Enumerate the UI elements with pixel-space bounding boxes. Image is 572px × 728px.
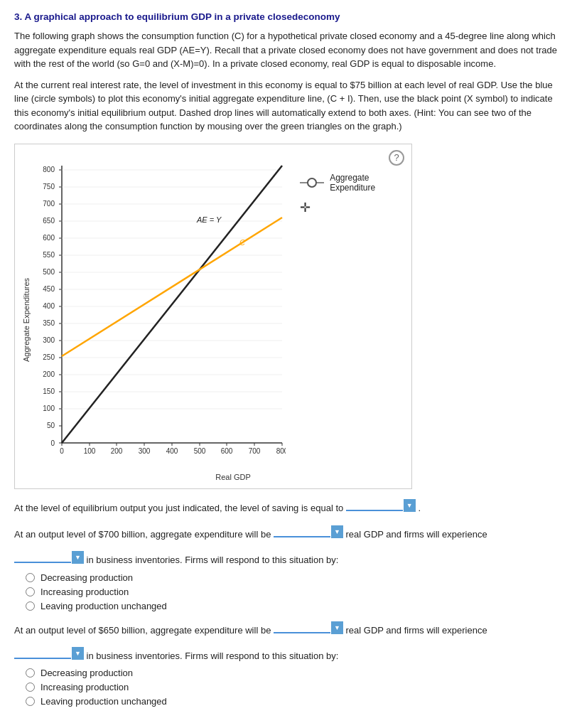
q2-radio-unchanged[interactable]: [26, 601, 35, 611]
svg-text:400: 400: [43, 302, 55, 310]
y-axis-label: Aggregate Expenditures: [22, 159, 31, 481]
q3-label-increasing: Increasing production: [41, 682, 129, 692]
q2-dropdown1-arrow[interactable]: ▼: [331, 525, 343, 538]
q3-dropdown2-value[interactable]: [14, 648, 71, 659]
legend-area: Aggregate Expenditure ✛: [286, 159, 404, 471]
q3-dropdown2-group[interactable]: ▼: [14, 647, 84, 660]
question2-text: At an output level of $700 billion, aggr…: [14, 525, 558, 542]
q2-text-before: At an output level of $700 billion, aggr…: [14, 529, 271, 540]
svg-text:500: 500: [194, 447, 206, 455]
svg-text:350: 350: [43, 319, 55, 327]
q2-radio-increasing[interactable]: [26, 587, 35, 596]
chart-svg[interactable]: 0 50 100 150 200 250 300 350 400 450 500…: [33, 159, 286, 471]
q2-dropdown2-group[interactable]: ▼: [14, 551, 84, 564]
question1-text: At the level of equilibrium output you j…: [14, 499, 558, 516]
svg-text:500: 500: [43, 268, 55, 276]
svg-text:650: 650: [43, 217, 55, 225]
svg-text:0: 0: [60, 447, 64, 455]
svg-text:800: 800: [43, 166, 55, 173]
q3-text-middle: real GDP and firms will experience: [346, 625, 487, 636]
q3-dropdown2-arrow[interactable]: ▼: [72, 647, 84, 660]
q3-option-decreasing[interactable]: Decreasing production: [26, 668, 558, 678]
svg-text:400: 400: [166, 447, 178, 455]
q3-radio-increasing[interactable]: [26, 682, 35, 692]
legend-label1: Aggregate Expenditure: [330, 173, 404, 193]
svg-text:700: 700: [43, 200, 55, 208]
q3-radio-unchanged[interactable]: [26, 697, 35, 706]
question2-text2: ▼ in business inventories. Firms will re…: [14, 551, 558, 568]
question3-text2: ▼ in business inventories. Firms will re…: [14, 647, 558, 664]
q2-label-increasing: Increasing production: [41, 587, 129, 597]
svg-line-69: [62, 166, 282, 443]
paragraph2: At the current real interest rate, the l…: [14, 78, 558, 134]
q2-text-after: in business inventories. Firms will resp…: [87, 555, 339, 565]
svg-text:100: 100: [43, 405, 55, 412]
svg-text:200: 200: [111, 447, 123, 455]
question3-block: At an output level of $650 billion, aggr…: [14, 621, 558, 707]
svg-text:300: 300: [139, 447, 151, 455]
svg-text:550: 550: [43, 251, 55, 259]
cross-icon: ✛: [300, 201, 311, 214]
svg-text:600: 600: [221, 447, 233, 455]
q2-label-unchanged: Leaving production unchanged: [41, 601, 167, 611]
q2-radio-decreasing[interactable]: [26, 573, 35, 582]
q2-dropdown1-group[interactable]: ▼: [274, 525, 343, 538]
q2-dropdown2-value[interactable]: [14, 552, 71, 563]
ae-label: AE = Y: [196, 215, 222, 224]
q3-label-unchanged: Leaving production unchanged: [41, 696, 167, 707]
q3-label-decreasing: Decreasing production: [41, 668, 133, 678]
q2-option-decreasing[interactable]: Decreasing production: [26, 572, 558, 583]
question3-text: At an output level of $650 billion, aggr…: [14, 621, 558, 638]
q3-option-unchanged[interactable]: Leaving production unchanged: [26, 696, 558, 707]
q3-dropdown1-group[interactable]: ▼: [274, 621, 343, 634]
question2-radio-group: Decreasing production Increasing product…: [26, 572, 558, 611]
q1-dropdown-value[interactable]: [346, 500, 403, 511]
svg-text:700: 700: [249, 447, 261, 455]
legend-aggregate-expenditure: Aggregate Expenditure: [300, 173, 404, 193]
svg-text:50: 50: [47, 422, 55, 429]
q2-text-middle: real GDP and firms will experience: [346, 529, 487, 540]
q2-label-decreasing: Decreasing production: [41, 572, 133, 583]
q2-dropdown2-arrow[interactable]: ▼: [72, 551, 84, 564]
q1-text-after: .: [418, 503, 421, 513]
svg-text:250: 250: [43, 353, 55, 361]
legend-cross-item: ✛: [300, 201, 404, 214]
svg-text:300: 300: [43, 336, 55, 344]
svg-text:750: 750: [43, 183, 55, 191]
q1-text-before: At the level of equilibrium output you j…: [14, 503, 343, 513]
q3-dropdown1-arrow[interactable]: ▼: [331, 621, 343, 634]
q3-option-increasing[interactable]: Increasing production: [26, 682, 558, 692]
graph-container: ? Aggregate Expenditures 0 50 100: [14, 144, 412, 489]
paragraph1: The following graph shows the consumptio…: [14, 29, 558, 71]
svg-text:0: 0: [50, 439, 55, 447]
q3-dropdown1-value[interactable]: [274, 622, 330, 633]
svg-text:800: 800: [276, 447, 286, 455]
svg-text:450: 450: [43, 285, 55, 293]
x-axis-label: Real GDP: [62, 473, 404, 481]
q2-option-increasing[interactable]: Increasing production: [26, 587, 558, 597]
q2-option-unchanged[interactable]: Leaving production unchanged: [26, 601, 558, 611]
q3-text-after: in business inventories. Firms will resp…: [87, 651, 339, 661]
q1-dropdown-arrow[interactable]: ▼: [404, 499, 416, 512]
question1-block: At the level of equilibrium output you j…: [14, 499, 558, 516]
svg-text:200: 200: [43, 370, 55, 378]
q3-radio-decreasing[interactable]: [26, 668, 35, 678]
svg-text:600: 600: [43, 234, 55, 242]
c-label: C: [239, 238, 245, 247]
help-icon[interactable]: ?: [389, 150, 404, 166]
q1-dropdown-group[interactable]: ▼: [346, 499, 416, 512]
q2-dropdown1-value[interactable]: [274, 526, 330, 537]
svg-text:100: 100: [84, 447, 96, 455]
question3-radio-group: Decreasing production Increasing product…: [26, 668, 558, 707]
section-title: 3. A graphical approach to equilibrium G…: [14, 11, 558, 22]
svg-text:150: 150: [43, 387, 55, 395]
question2-block: At an output level of $700 billion, aggr…: [14, 525, 558, 611]
q3-text-before: At an output level of $650 billion, aggr…: [14, 625, 271, 636]
legend-line-icon: [300, 182, 324, 183]
